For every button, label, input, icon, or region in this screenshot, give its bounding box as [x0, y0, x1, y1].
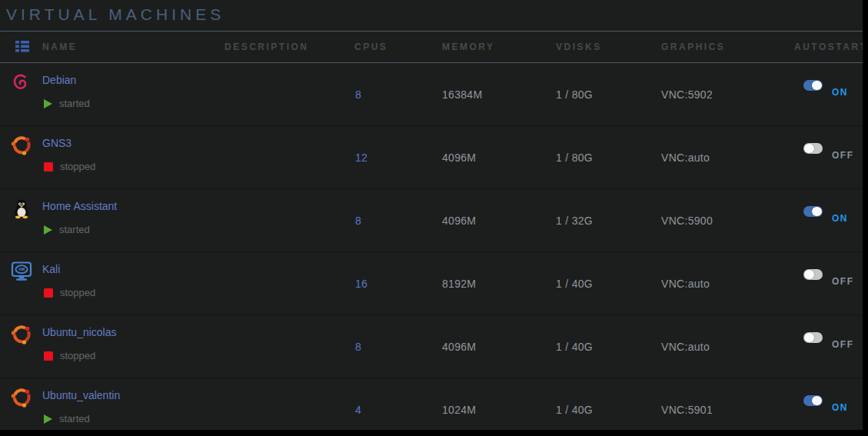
vm-vdisks-cell: 1 / 80G: [556, 63, 593, 125]
autostart-label: ON: [832, 213, 848, 224]
toggle-knob: [812, 207, 822, 216]
vm-table-row: VM Kali stopped 16 8192M 1 / 40G VNC:aut…: [0, 252, 863, 315]
vm-table-row: GNS3 stopped 12 4096M 1 / 80G VNC:auto O…: [0, 126, 863, 189]
autostart-toggle[interactable]: [803, 206, 823, 217]
started-play-icon: [44, 225, 52, 235]
table-list-icon: [15, 41, 29, 52]
vm-name-link[interactable]: Home Assistant: [42, 200, 117, 212]
svg-text:VM: VM: [18, 267, 25, 271]
vm-table-body: Debian started 8 16384M 1 / 80G VNC:5902…: [0, 63, 863, 430]
ubuntu-logo-icon: [9, 133, 34, 158]
vm-autostart-cell: ON: [803, 80, 848, 98]
autostart-toggle[interactable]: [803, 269, 823, 280]
autostart-toggle[interactable]: [803, 80, 823, 91]
toggle-knob: [804, 144, 814, 153]
vm-cpus-link[interactable]: 16: [355, 252, 367, 315]
started-play-icon: [44, 414, 52, 424]
vm-status-label: started: [59, 413, 90, 424]
vm-status: started: [44, 98, 90, 109]
vm-status: started: [44, 224, 90, 235]
ubuntu-logo-icon: [9, 322, 34, 347]
vm-autostart-cell: ON: [803, 206, 848, 224]
vm-memory-cell: 4096M: [442, 315, 476, 378]
vm-monitor-icon: VM: [9, 259, 34, 284]
autostart-label: OFF: [832, 276, 854, 287]
vm-cpus-link[interactable]: 8: [355, 63, 361, 125]
column-header-graphics: GRAPHICS: [661, 42, 725, 52]
vm-name-link[interactable]: Kali: [42, 263, 60, 275]
vm-name-link[interactable]: Ubuntu_nicolas: [42, 326, 117, 338]
vm-graphics-cell: VNC:5901: [661, 378, 713, 430]
column-header-autostart: AUTOSTART: [794, 42, 863, 52]
vm-status: stopped: [44, 287, 95, 298]
started-play-icon: [44, 99, 52, 108]
vm-graphics-cell: VNC:auto: [661, 315, 710, 378]
vm-vdisks-cell: 1 / 80G: [556, 126, 593, 188]
tux-linux-logo-icon: [9, 196, 34, 221]
vm-memory-cell: 16384M: [442, 63, 482, 125]
vm-memory-cell: 8192M: [442, 252, 476, 315]
vm-status: stopped: [44, 161, 95, 172]
autostart-toggle[interactable]: [803, 395, 823, 406]
vm-table-row: Home Assistant started 8 4096M 1 / 32G V…: [0, 189, 863, 252]
autostart-label: ON: [832, 87, 848, 98]
column-header-vdisks: VDISKS: [556, 42, 602, 52]
vm-autostart-cell: OFF: [803, 143, 854, 161]
vm-vdisks-cell: 1 / 40G: [556, 315, 593, 378]
vm-page-panel: VIRTUAL MACHINES NAME DESCRIPTION CPUS M…: [0, 0, 863, 430]
vm-graphics-cell: VNC:auto: [661, 252, 710, 315]
page-title-bar: VIRTUAL MACHINES: [0, 0, 863, 32]
toggle-knob: [804, 270, 814, 279]
autostart-label: ON: [832, 402, 848, 413]
vm-table-row: Ubuntu_valentin started 4 1024M 1 / 40G …: [0, 378, 863, 430]
column-header-memory: MEMORY: [442, 42, 495, 52]
vm-vdisks-cell: 1 / 40G: [556, 252, 593, 315]
vm-table-row: Ubuntu_nicolas stopped 8 4096M 1 / 40G V…: [0, 315, 863, 378]
vm-status-label: stopped: [60, 350, 95, 361]
toggle-knob: [804, 333, 814, 342]
vm-status-label: stopped: [60, 161, 95, 172]
vm-cpus-link[interactable]: 8: [355, 315, 361, 378]
autostart-toggle[interactable]: [803, 143, 823, 154]
column-header-description: DESCRIPTION: [224, 42, 309, 52]
vm-cpus-link[interactable]: 4: [355, 378, 361, 430]
vm-graphics-cell: VNC:5902: [661, 63, 713, 125]
autostart-toggle[interactable]: [803, 332, 823, 343]
debian-logo-icon: [9, 70, 34, 95]
vm-status-label: started: [59, 224, 90, 235]
vm-graphics-cell: VNC:5900: [661, 189, 713, 251]
vm-status-label: started: [59, 98, 90, 109]
stopped-square-icon: [44, 162, 53, 171]
autostart-label: OFF: [832, 150, 854, 161]
vm-memory-cell: 1024M: [442, 378, 476, 430]
vm-vdisks-cell: 1 / 32G: [556, 189, 593, 251]
vm-name-link[interactable]: Ubuntu_valentin: [42, 389, 120, 401]
table-header-row: NAME DESCRIPTION CPUS MEMORY VDISKS GRAP…: [0, 32, 863, 63]
vm-cpus-link[interactable]: 12: [355, 126, 367, 188]
vm-table-row: Debian started 8 16384M 1 / 80G VNC:5902…: [0, 63, 863, 126]
column-header-name: NAME: [42, 42, 77, 52]
vm-graphics-cell: VNC:auto: [661, 126, 710, 188]
column-header-cpus: CPUS: [354, 42, 387, 52]
autostart-label: OFF: [832, 339, 854, 350]
vm-memory-cell: 4096M: [442, 126, 476, 188]
vm-status: started: [44, 413, 90, 424]
vm-cpus-link[interactable]: 8: [355, 189, 361, 251]
stopped-square-icon: [44, 351, 53, 361]
toggle-knob: [812, 396, 822, 405]
vm-autostart-cell: OFF: [803, 332, 854, 350]
vm-vdisks-cell: 1 / 40G: [556, 378, 593, 430]
stopped-square-icon: [44, 288, 53, 298]
vm-autostart-cell: OFF: [803, 269, 854, 287]
vm-name-link[interactable]: Debian: [42, 74, 76, 86]
ubuntu-logo-icon: [9, 385, 34, 410]
toggle-knob: [812, 81, 822, 90]
vm-status-label: stopped: [60, 287, 95, 298]
page-title: VIRTUAL MACHINES: [6, 5, 224, 24]
vm-name-link[interactable]: GNS3: [42, 137, 72, 149]
vm-memory-cell: 4096M: [442, 189, 476, 251]
vm-autostart-cell: ON: [803, 395, 848, 413]
vm-status: stopped: [44, 350, 95, 361]
